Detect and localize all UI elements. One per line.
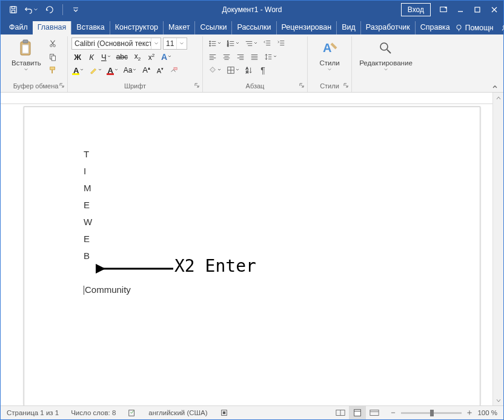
change-case-button[interactable]: Aa	[122, 64, 139, 76]
tab-developer[interactable]: Разработчик	[360, 21, 415, 34]
zoom-slider[interactable]: － ＋ 100 %	[383, 407, 503, 418]
tab-insert[interactable]: Вставка	[71, 21, 109, 34]
styles-dialog-launcher[interactable]	[342, 81, 350, 90]
signin-button[interactable]: Вход	[401, 3, 431, 16]
chevron-down-icon[interactable]	[176, 38, 187, 49]
status-language[interactable]: английский (США)	[142, 409, 213, 416]
view-web-layout[interactable]	[366, 406, 383, 419]
tab-home[interactable]: Главная	[33, 21, 71, 34]
maximize-button[interactable]	[469, 2, 485, 18]
font-name-combo[interactable]: Calibri (Основной текст)	[71, 38, 161, 50]
superscript-button[interactable]: x2	[145, 51, 158, 63]
show-marks-button[interactable]: ¶	[257, 64, 269, 76]
text-line[interactable]: M	[84, 180, 443, 197]
subscript-button[interactable]: x2	[131, 51, 144, 63]
align-center-button[interactable]	[220, 51, 233, 63]
decrease-indent-button[interactable]	[261, 38, 273, 50]
text-effects-button[interactable]: A	[159, 51, 173, 63]
clear-formatting-button[interactable]	[168, 64, 180, 76]
collapse-ribbon-button[interactable]	[489, 82, 501, 93]
text-line[interactable]: E	[84, 231, 443, 248]
align-right-button[interactable]	[234, 51, 247, 63]
format-painter-button[interactable]	[47, 64, 59, 76]
chevron-down-icon	[383, 68, 388, 71]
zoom-in[interactable]: ＋	[465, 407, 474, 418]
multilevel-list-button[interactable]	[243, 38, 259, 50]
tab-view[interactable]: Вид	[336, 21, 360, 34]
tab-layout[interactable]: Макет	[163, 21, 194, 34]
svg-rect-9	[22, 45, 28, 53]
vertical-scrollbar[interactable]	[492, 93, 503, 405]
close-button[interactable]	[486, 2, 502, 18]
line-spacing-button[interactable]	[262, 51, 279, 63]
tab-references[interactable]: Ссылки	[194, 21, 231, 34]
zoom-track[interactable]	[401, 412, 462, 414]
styles-label: Стили	[319, 59, 339, 67]
strikethrough-button[interactable]: abc	[114, 51, 130, 63]
paragraph-dialog-launcher[interactable]	[297, 81, 306, 90]
shrink-font-button[interactable]: A▾	[154, 64, 166, 76]
undo-button[interactable]	[24, 2, 39, 18]
zoom-out[interactable]: －	[389, 407, 397, 418]
bullets-button[interactable]	[207, 38, 223, 50]
borders-button[interactable]	[225, 64, 241, 76]
align-left-button[interactable]	[207, 51, 219, 63]
font-dialog-launcher[interactable]	[193, 81, 201, 90]
find-icon	[376, 39, 396, 58]
clipboard-dialog-launcher[interactable]	[58, 81, 66, 90]
grow-font-button[interactable]: A▴	[140, 64, 152, 76]
qat-customize[interactable]	[68, 2, 84, 18]
scroll-down[interactable]	[493, 395, 503, 405]
underline-button[interactable]: Ч	[99, 51, 113, 63]
highlight-button[interactable]: A	[71, 64, 85, 76]
text-line[interactable]: I	[84, 163, 443, 180]
view-read-mode[interactable]	[332, 406, 349, 419]
tell-me[interactable]: Помощн	[455, 24, 494, 32]
cut-button[interactable]	[47, 38, 59, 50]
italic-button[interactable]: К	[85, 51, 98, 63]
group-paragraph-label: Абзац	[207, 81, 303, 92]
shading-button[interactable]	[207, 64, 223, 76]
numbering-button[interactable]: 123	[225, 38, 241, 50]
increase-indent-button[interactable]	[275, 38, 287, 50]
tab-help[interactable]: Справка	[415, 21, 455, 34]
minimize-button[interactable]	[453, 2, 468, 18]
text-line[interactable]: E	[84, 197, 443, 214]
font-color-button[interactable]: A	[105, 64, 119, 76]
editing-button[interactable]: Редактирование	[356, 38, 416, 73]
scroll-up[interactable]	[493, 93, 503, 103]
status-macros[interactable]	[214, 409, 234, 417]
document-canvas[interactable]: T I M E W E B Community	[1, 104, 492, 405]
undo-dropdown[interactable]	[33, 4, 39, 16]
zoom-value[interactable]: 100 %	[477, 409, 497, 416]
text-line[interactable]: T	[84, 146, 443, 163]
ribbon: Вставить Буфер обмена	[1, 34, 503, 93]
tab-design[interactable]: Конструктор	[110, 21, 163, 34]
page[interactable]: T I M E W E B Community	[24, 107, 480, 405]
justify-button[interactable]	[248, 51, 260, 63]
sort-button[interactable]: AЯ	[243, 64, 255, 76]
text-line-community[interactable]: Community	[84, 281, 443, 298]
view-print-layout[interactable]	[349, 406, 366, 419]
highlight-pen-button[interactable]	[87, 64, 104, 76]
horizontal-ruler[interactable]	[1, 93, 492, 104]
redo-button[interactable]	[42, 2, 58, 18]
share-button[interactable]: Поделиться	[500, 24, 504, 32]
zoom-thumb[interactable]	[430, 410, 434, 416]
tab-mailings[interactable]: Рассылки	[231, 21, 276, 34]
font-size-combo[interactable]: 11	[163, 38, 187, 50]
text-line[interactable]: W	[84, 214, 443, 231]
status-proofing[interactable]	[122, 409, 142, 417]
ribbon-display-options[interactable]	[436, 2, 451, 18]
status-word-count[interactable]: Число слов: 8	[65, 409, 122, 416]
copy-button[interactable]	[47, 51, 59, 63]
tab-review[interactable]: Рецензирован	[276, 21, 337, 34]
chevron-down-icon[interactable]	[151, 38, 161, 49]
status-page[interactable]: Страница 1 из 1	[1, 409, 65, 416]
tab-file[interactable]: Файл	[4, 21, 33, 34]
svg-rect-4	[475, 7, 480, 12]
bold-button[interactable]: Ж	[71, 51, 84, 63]
paste-button[interactable]: Вставить	[8, 38, 45, 73]
styles-button[interactable]: A Стили	[311, 38, 348, 73]
save-button[interactable]	[5, 2, 21, 18]
